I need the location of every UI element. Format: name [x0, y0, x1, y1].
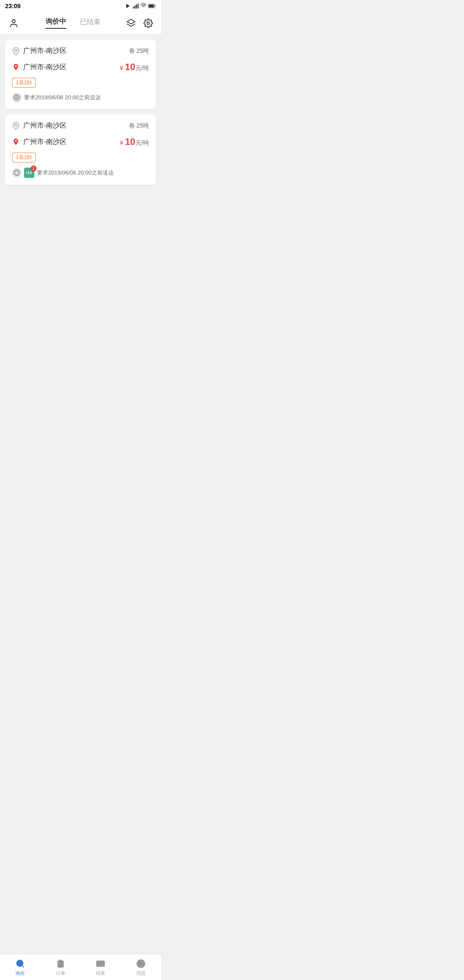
nav-item-messages[interactable]: 消息 [121, 956, 161, 979]
main-content: 广州市-南沙区 卷 25吨 广州市-南沙区 ¥ 10元/吨 1装1卸 [0, 34, 161, 225]
svg-marker-0 [126, 4, 130, 9]
from-row-2: 广州市-南沙区 卷 25吨 [12, 121, 149, 130]
svg-line-15 [22, 965, 24, 967]
inquiry-card-1[interactable]: 广州市-南沙区 卷 25吨 广州市-南沙区 ¥ 10元/吨 1装1卸 [5, 40, 156, 109]
nav-messages-label: 消息 [136, 970, 146, 977]
cargo-badge-1: 卷 25吨 [129, 47, 149, 55]
bid-badge-count: 1 [31, 165, 37, 172]
nav-orders-label: 订单 [56, 970, 65, 977]
price-display-2: ¥ 10元/吨 [120, 136, 149, 147]
signal-icon [133, 3, 139, 9]
nav-messages-icon [136, 959, 146, 969]
bottom-nav: 询价 订单 结算 [0, 954, 161, 980]
nav-settlement-icon [95, 959, 106, 969]
price-display-1: ¥ 10元/吨 [120, 61, 149, 73]
battery-icon [148, 3, 156, 9]
tab-inquiry[interactable]: 询价中 [46, 17, 66, 29]
location-pin-icon-from-1 [12, 47, 20, 55]
svg-rect-2 [134, 6, 135, 9]
play-icon [125, 3, 131, 9]
status-time: 23:09 [5, 3, 21, 9]
to-location-left-1: 广州市-南沙区 [12, 63, 67, 72]
delivery-row-2: iTA 1 要求2019/06/08 20:00之前送达 [12, 168, 149, 178]
from-location-left-2: 广州市-南沙区 [12, 121, 67, 130]
dispatch-icon-1: 派 [12, 93, 21, 102]
price-unit-2: 元/吨 [135, 139, 149, 146]
settings-icon[interactable] [142, 17, 154, 29]
tag-row-1: 1装1卸 [12, 78, 149, 88]
nav-orders-icon [55, 959, 66, 969]
nav-inquiry-icon [15, 959, 25, 969]
price-number-1: 10 [125, 61, 135, 72]
svg-rect-3 [136, 5, 137, 9]
cargo-badge-2: 卷 25吨 [129, 122, 149, 130]
svg-rect-6 [149, 5, 154, 7]
svg-rect-19 [97, 961, 104, 966]
from-row-1: 广州市-南沙区 卷 25吨 [12, 46, 149, 55]
svg-point-12 [15, 124, 17, 126]
price-number-2: 10 [125, 136, 135, 147]
to-location-left-2: 广州市-南沙区 [12, 138, 67, 147]
nav-inquiry-label: 询价 [15, 970, 25, 977]
wifi-icon [140, 3, 147, 9]
inquiry-card-2[interactable]: 广州市-南沙区 卷 25吨 广州市-南沙区 ¥ 10元/吨 1装1卸 [5, 114, 156, 185]
svg-rect-1 [133, 6, 134, 9]
layers-icon[interactable] [125, 17, 137, 29]
svg-rect-4 [137, 3, 138, 9]
to-row-1: 广州市-南沙区 ¥ 10元/吨 [12, 61, 149, 73]
app-header: 询价中 已结束 [0, 12, 161, 34]
svg-text:派: 派 [15, 96, 18, 99]
to-row-2: 广州市-南沙区 ¥ 10元/吨 [12, 136, 149, 147]
header-right-icons [125, 17, 154, 29]
nav-item-orders[interactable]: 订单 [40, 956, 81, 979]
status-bar: 23:09 [0, 0, 161, 12]
nav-item-settlement[interactable]: 结算 [81, 956, 121, 979]
svg-point-9 [15, 49, 17, 52]
delivery-text-1: 要求2019/06/08 20:00之前送达 [24, 94, 101, 101]
delivery-row-1: 派 要求2019/06/08 20:00之前送达 [12, 93, 149, 102]
location-pin-icon-to-2 [12, 138, 20, 146]
svg-point-7 [12, 19, 15, 22]
tab-ended[interactable]: 已结束 [80, 18, 101, 28]
price-unit-1: 元/吨 [135, 64, 149, 71]
delivery-text-2: 要求2019/06/08 20:00之前送达 [37, 169, 114, 177]
cards-container: 广州市-南沙区 卷 25吨 广州市-南沙区 ¥ 10元/吨 1装1卸 [0, 34, 161, 195]
to-city-2: 广州市-南沙区 [23, 138, 67, 147]
service-tag-2: 1装1卸 [12, 153, 36, 162]
from-city-2: 广州市-南沙区 [23, 121, 67, 130]
service-tag-1: 1装1卸 [12, 78, 36, 88]
location-pin-icon-from-2 [12, 122, 20, 130]
tag-row-2: 1装1卸 [12, 153, 149, 162]
nav-item-inquiry[interactable]: 询价 [0, 956, 40, 979]
bid-icon-2: iTA 1 [24, 168, 34, 178]
location-pin-icon-to-1 [12, 63, 20, 71]
from-city-1: 广州市-南沙区 [23, 46, 67, 55]
to-city-1: 广州市-南沙区 [23, 63, 67, 72]
dispatch-icon-2 [12, 168, 21, 178]
svg-point-13 [14, 170, 19, 175]
from-location-left-1: 广州市-南沙区 [12, 46, 67, 55]
header-tabs: 询价中 已结束 [21, 17, 125, 29]
svg-rect-16 [59, 960, 62, 962]
nav-settlement-label: 结算 [96, 970, 105, 977]
svg-point-8 [147, 22, 150, 24]
status-icons [125, 3, 156, 9]
user-icon[interactable] [7, 16, 21, 30]
